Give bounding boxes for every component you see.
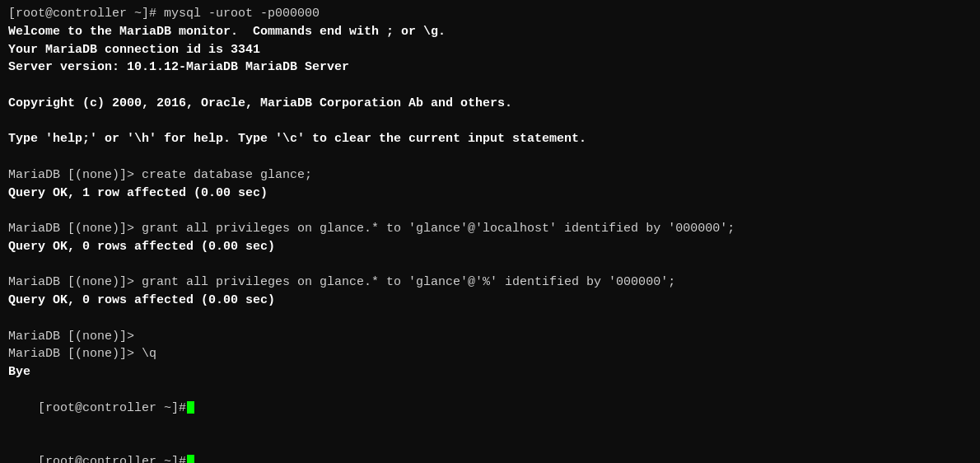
line-1: [root@controller ~]# mysql -uroot -p0000… [8, 5, 972, 23]
line-4: Server version: 10.1.12-MariaDB MariaDB … [8, 58, 972, 77]
line-12-empty [8, 202, 972, 220]
line-8: Type 'help;' or '\h' for help. Type '\c'… [8, 130, 972, 148]
line-16: MariaDB [(none)]> grant all privileges o… [8, 274, 972, 292]
cursor-block [187, 401, 194, 414]
prompt-text-2: [root@controller ~]# [38, 455, 186, 463]
line-5-empty [8, 77, 972, 95]
line-14: Query OK, 0 rows affected (0.00 sec) [8, 238, 972, 256]
line-10: MariaDB [(none)]> create database glance… [8, 166, 972, 185]
line-18-empty [8, 310, 972, 328]
line-3: Your MariaDB connection id is 3341 [8, 41, 972, 59]
line-21: Bye [8, 363, 972, 381]
line-17: Query OK, 0 rows affected (0.00 sec) [8, 292, 972, 310]
line-15-empty [8, 256, 972, 274]
line-9-empty [8, 148, 972, 166]
line-7-empty [8, 113, 972, 131]
line-13: MariaDB [(none)]> grant all privileges o… [8, 220, 972, 238]
line-6: Copyright (c) 2000, 2016, Oracle, MariaD… [8, 95, 972, 113]
line-23: [root@controller ~]# [8, 435, 972, 463]
line-11: Query OK, 1 row affected (0.00 sec) [8, 185, 972, 203]
terminal-window[interactable]: [root@controller ~]# mysql -uroot -p0000… [0, 0, 980, 463]
prompt-text: [root@controller ~]# [38, 401, 186, 415]
line-2: Welcome to the MariaDB monitor. Commands… [8, 23, 972, 41]
cursor-block-2 [187, 455, 194, 463]
line-19: MariaDB [(none)]> [8, 328, 972, 346]
line-20: MariaDB [(none)]> \q [8, 345, 972, 363]
line-22: [root@controller ~]# [8, 381, 972, 435]
